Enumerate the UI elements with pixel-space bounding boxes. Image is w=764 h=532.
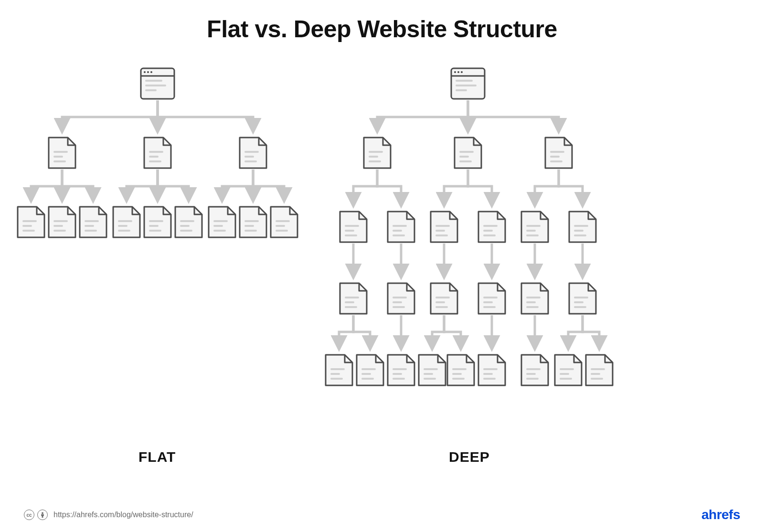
flat-l1-doc-icon	[144, 138, 171, 168]
deep-l4-doc-icon	[586, 355, 613, 385]
footer-left: cc https://ahrefs.com/blog/website-struc…	[24, 510, 193, 520]
footer: cc https://ahrefs.com/blog/website-struc…	[0, 507, 764, 522]
svg-point-11	[42, 512, 43, 514]
deep-l3-doc-icon	[431, 283, 457, 314]
deep-l1-doc-icon	[455, 138, 481, 168]
flat-l2-doc-icon	[271, 207, 297, 237]
deep-root-browser-icon	[451, 68, 485, 99]
deep-l3-doc-icon	[478, 283, 505, 314]
deep-l2-doc-icon	[388, 212, 414, 242]
deep-l2-doc-icon	[340, 212, 367, 242]
flat-l1-doc-icon	[49, 138, 75, 168]
deep-l4-doc-icon	[388, 355, 414, 385]
cc-by-icon	[37, 510, 48, 520]
flat-l2-doc-icon	[175, 207, 202, 237]
flat-l2-doc-icon	[240, 207, 266, 237]
page-title: Flat vs. Deep Website Structure	[0, 0, 764, 43]
deep-l4-doc-icon	[326, 355, 352, 385]
brand-logo: ahrefs	[701, 507, 740, 522]
diagram-canvas	[0, 57, 764, 478]
flat-l1-doc-icon	[240, 138, 266, 168]
deep-l4-doc-icon	[357, 355, 383, 385]
flat-l2-doc-icon	[113, 207, 140, 237]
flat-root-browser-icon	[141, 68, 174, 99]
deep-l4-doc-icon	[555, 355, 582, 385]
deep-l2-doc-icon	[478, 212, 505, 242]
deep-l3-doc-icon	[569, 283, 596, 314]
deep-l3-doc-icon	[340, 283, 367, 314]
deep-l4-doc-icon	[521, 355, 548, 385]
flat-l2-doc-icon	[144, 207, 171, 237]
flat-label: FLAT	[138, 449, 176, 465]
deep-l3-doc-icon	[388, 283, 414, 314]
cc-license-icon: cc	[24, 510, 34, 520]
deep-tree	[326, 68, 613, 385]
deep-l2-doc-icon	[431, 212, 457, 242]
brand-text: ahrefs	[701, 507, 740, 522]
flat-l2-doc-icon	[18, 207, 44, 237]
deep-l2-doc-icon	[521, 212, 548, 242]
deep-l4-doc-icon	[447, 355, 474, 385]
flat-l2-doc-icon	[80, 207, 106, 237]
footer-url: https://ahrefs.com/blog/website-structur…	[53, 511, 193, 519]
deep-l2-doc-icon	[569, 212, 596, 242]
deep-l1-doc-icon	[364, 138, 391, 168]
deep-l3-doc-icon	[521, 283, 548, 314]
flat-tree	[18, 68, 297, 237]
deep-label: DEEP	[449, 449, 490, 465]
deep-l1-doc-icon	[545, 138, 572, 168]
flat-l2-doc-icon	[49, 207, 75, 237]
deep-l4-doc-icon	[419, 355, 446, 385]
flat-l2-doc-icon	[209, 207, 235, 237]
deep-l4-doc-icon	[478, 355, 505, 385]
